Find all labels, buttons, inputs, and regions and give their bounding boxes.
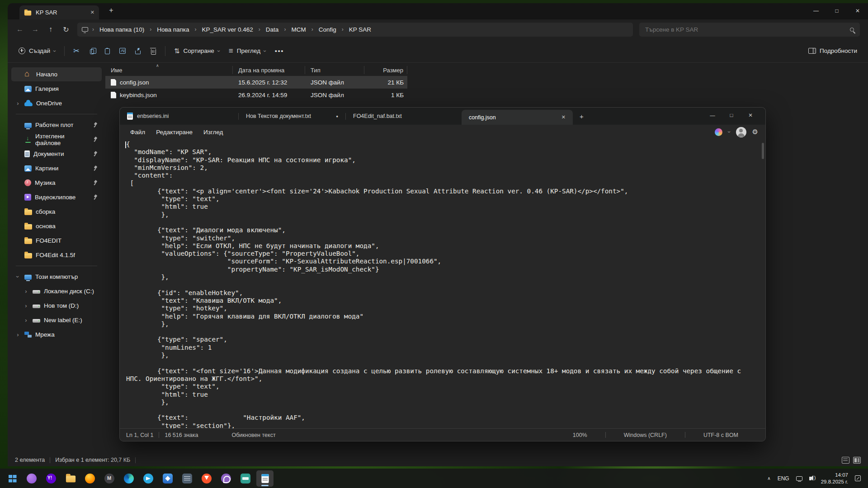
sidebar-item-videos[interactable]: Видеоклипове — [11, 190, 102, 204]
expand-chevron-icon[interactable]: › — [15, 100, 21, 107]
chevron-down-icon[interactable]: › — [726, 131, 732, 133]
minimize-button[interactable]: — — [806, 3, 826, 19]
expand-chevron-icon[interactable]: › — [23, 302, 29, 309]
account-avatar[interactable] — [736, 127, 746, 137]
menu-file[interactable]: Файл — [125, 127, 150, 137]
copy-icon[interactable] — [84, 43, 99, 59]
taskbar-file-explorer[interactable] — [62, 470, 79, 487]
clock[interactable]: 14:07 29.8.2025 г. — [821, 472, 848, 485]
text-editor[interactable]: { "modName": "KP SAR", "displayName": "K… — [120, 139, 765, 428]
taskbar-wallet[interactable] — [237, 470, 254, 487]
new-tab-button[interactable]: + — [573, 113, 590, 120]
scrollbar-thumb[interactable] — [762, 143, 764, 159]
search-input[interactable] — [644, 26, 850, 33]
pen-notification-icon[interactable] — [855, 475, 861, 481]
expand-chevron-icon[interactable]: › — [23, 317, 29, 324]
tab-close-icon[interactable]: ✕ — [561, 114, 566, 120]
rename-icon[interactable] — [115, 43, 130, 59]
paste-icon[interactable] — [99, 43, 115, 59]
search-box[interactable] — [639, 23, 860, 37]
taskbar-brave[interactable] — [198, 470, 215, 487]
start-button[interactable] — [4, 470, 21, 487]
new-tab-button[interactable]: + — [105, 6, 117, 14]
share-icon[interactable] — [130, 43, 146, 59]
back-icon[interactable]: ← — [12, 25, 28, 33]
taskbar-app-purple[interactable] — [23, 470, 40, 487]
more-button[interactable]: ••• — [270, 43, 288, 59]
taskbar-app-yahoo[interactable] — [42, 470, 60, 487]
menu-edit[interactable]: Редактиране — [151, 127, 198, 137]
details-pane-button[interactable]: Подробности — [804, 43, 862, 59]
breadcrumb-item[interactable]: Нова папка (10) — [96, 26, 147, 33]
breadcrumb-item[interactable]: KP_SAR ver 0.462 — [199, 26, 256, 33]
taskbar-firefox[interactable] — [81, 470, 99, 487]
notepad-tab-fo4edit-naf[interactable]: FO4Edit_naf.bat.txt — [346, 108, 462, 125]
encoding[interactable]: UTF-8 с BOM — [703, 432, 738, 438]
notepad-tab-config-json[interactable]: config.json ✕ — [462, 110, 573, 125]
sidebar-item-onedrive[interactable]: › OneDrive — [11, 96, 102, 110]
expand-chevron-icon[interactable]: › — [15, 331, 21, 338]
sidebar-item-desktop[interactable]: Работен плот — [11, 118, 102, 132]
line-ending[interactable]: Windows (CRLF) — [624, 432, 667, 438]
sidebar-item-drive-c[interactable]: › Локален диск (C:) — [19, 284, 102, 298]
notepad-tab-enbseries[interactable]: enbseries.ini — [120, 108, 238, 125]
sidebar-item-downloads[interactable]: Изтеглени файлове — [11, 132, 102, 146]
large-icons-view-toggle-icon[interactable] — [853, 457, 861, 464]
refresh-icon[interactable]: ↻ — [58, 25, 74, 34]
notepad-tab-new-document[interactable]: Нов Текстов документ.txt ● — [239, 108, 345, 125]
taskbar-telegram[interactable] — [140, 470, 157, 487]
sidebar-item-folder-fo4edit[interactable]: FO4EDIT — [11, 234, 102, 248]
copilot-icon[interactable] — [715, 128, 722, 136]
file-row[interactable]: config.json 15.6.2025 г. 12:32 JSON файл… — [105, 76, 407, 89]
file-row[interactable]: keybinds.json 26.9.2024 г. 14:59 JSON фа… — [105, 89, 407, 101]
expand-chevron-icon[interactable]: › — [23, 288, 29, 295]
hidden-icons-chevron[interactable]: ∧ — [767, 476, 770, 481]
taskbar-notepad[interactable] — [256, 470, 274, 487]
breadcrumb-item[interactable]: Нова папка — [154, 26, 192, 33]
close-button[interactable]: ✕ — [741, 108, 760, 122]
explorer-tab[interactable]: KP SAR ✕ — [19, 5, 99, 19]
sidebar-item-network[interactable]: › Мрежа — [11, 328, 102, 342]
taskbar-mod-organizer[interactable] — [101, 470, 118, 487]
sidebar-item-gallery[interactable]: Галерия — [11, 82, 102, 96]
sidebar-item-folder-osnova[interactable]: основа — [11, 219, 102, 233]
editor-text[interactable]: { "modName": "KP SAR", "displayName": "K… — [120, 139, 765, 428]
new-button[interactable]: Създай › — [14, 43, 60, 59]
breadcrumb-item[interactable]: Config — [316, 26, 340, 33]
sidebar-item-folder-sborka[interactable]: сборка — [11, 205, 102, 219]
breadcrumb-item[interactable]: MCM — [288, 26, 309, 33]
tab-close-icon[interactable]: ✕ — [90, 9, 94, 15]
taskbar-photos[interactable] — [159, 470, 176, 487]
maximize-button[interactable]: □ — [722, 108, 741, 122]
language-indicator[interactable]: ENG — [778, 475, 789, 482]
breadcrumb-item[interactable]: KP SAR — [346, 26, 374, 33]
menu-view[interactable]: Изглед — [198, 127, 228, 137]
sort-button[interactable]: ⇅ Сортиране › — [170, 43, 224, 59]
volume-icon[interactable] — [809, 477, 811, 480]
view-button[interactable]: ≡ Преглед › — [224, 43, 270, 59]
cut-icon[interactable]: ✂ — [69, 43, 84, 59]
forward-icon[interactable]: → — [28, 25, 43, 33]
sidebar-item-drive-d[interactable]: › Нов том (D:) — [19, 299, 102, 313]
sidebar-item-drive-e[interactable]: › New label (E:) — [19, 313, 102, 327]
sidebar-item-pictures[interactable]: Картини — [11, 161, 102, 175]
collapse-chevron-icon[interactable]: › — [14, 274, 21, 280]
breadcrumb-item[interactable]: Data — [263, 26, 282, 33]
column-header-size[interactable]: Размер — [364, 66, 407, 74]
sidebar-item-home[interactable]: Начало — [11, 67, 102, 81]
column-header-name[interactable]: Име — [105, 66, 233, 74]
minimize-button[interactable]: — — [703, 108, 722, 122]
delete-icon[interactable] — [146, 43, 161, 59]
column-header-modified[interactable]: Дата на промяна — [233, 66, 305, 74]
sidebar-item-folder-fo4edit415f[interactable]: FO4Edit 4.1.5f — [11, 248, 102, 262]
taskbar-documents-app[interactable] — [179, 470, 196, 487]
taskbar-viber[interactable] — [217, 470, 235, 487]
zoom-level[interactable]: 100% — [573, 432, 587, 438]
taskbar-edge[interactable] — [120, 470, 137, 487]
maximize-button[interactable]: □ — [826, 3, 847, 19]
sidebar-item-documents[interactable]: Документи — [11, 147, 102, 161]
sidebar-item-music[interactable]: Музика — [11, 176, 102, 190]
column-header-type[interactable]: Тип — [305, 66, 364, 74]
up-icon[interactable]: ↑ — [43, 25, 58, 33]
sidebar-item-this-pc[interactable]: › Този компютър — [11, 270, 102, 284]
